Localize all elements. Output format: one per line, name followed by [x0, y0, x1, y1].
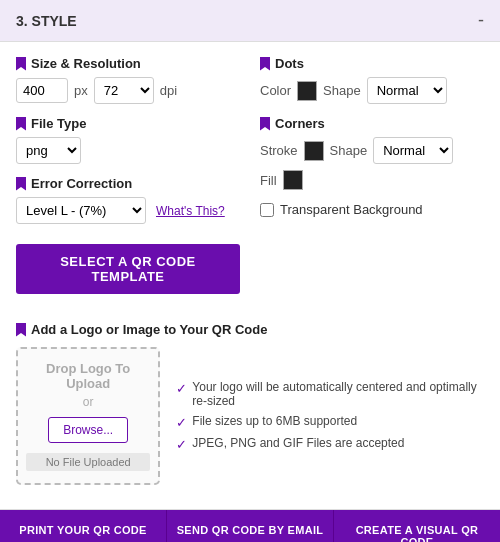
- logo-section: Add a Logo or Image to Your QR Code Drop…: [16, 322, 484, 485]
- bookmark-icon-dots: [260, 57, 270, 71]
- logo-section-title: Add a Logo or Image to Your QR Code: [16, 322, 484, 337]
- size-resolution-group: Size & Resolution px 72 96 150 300 dpi: [16, 56, 240, 104]
- file-type-group: File Type png jpg svg pdf: [16, 116, 240, 164]
- bookmark-icon-error: [16, 177, 26, 191]
- drop-zone[interactable]: Drop Logo To Upload or Browse... No File…: [16, 347, 160, 485]
- create-visual-button[interactable]: CREATE A VISUAL QR CODE: [334, 510, 500, 542]
- hint-text-2: File sizes up to 6MB supported: [192, 414, 357, 428]
- corners-shape-label: Shape: [330, 143, 368, 158]
- error-correction-select[interactable]: Level L - (7%) Level M - (15%) Level Q -…: [16, 197, 146, 224]
- check-icon-3: ✓: [176, 437, 187, 452]
- transparent-bg-checkbox[interactable]: [260, 203, 274, 217]
- section-header: 3. STYLE -: [0, 0, 500, 42]
- dots-color-label: Color: [260, 83, 291, 98]
- error-correction-label: Error Correction: [16, 176, 240, 191]
- dots-color-swatch[interactable]: [297, 81, 317, 101]
- corners-shape-select[interactable]: Normal Rounded Extra Rounded Dot: [373, 137, 453, 164]
- dots-label: Dots: [260, 56, 484, 71]
- transparent-bg-row: Transparent Background: [260, 202, 484, 217]
- size-resolution-label: Size & Resolution: [16, 56, 240, 71]
- corners-group: Corners Stroke Shape Normal Rounded Extr…: [260, 116, 484, 190]
- check-icon-1: ✓: [176, 381, 187, 396]
- print-qr-label: PRINT YOUR QR CODE: [19, 524, 146, 536]
- send-email-button[interactable]: SEND QR CODE BY EMAIL ✉: [167, 510, 334, 542]
- file-type-label: File Type: [16, 116, 240, 131]
- corners-stroke-label: Stroke: [260, 143, 298, 158]
- transparent-bg-label: Transparent Background: [280, 202, 423, 217]
- hint-item-2: ✓ File sizes up to 6MB supported: [176, 414, 484, 430]
- whats-this-link[interactable]: What's This?: [156, 204, 225, 218]
- bookmark-icon-filetype: [16, 117, 26, 131]
- hint-text-1: Your logo will be automatically centered…: [192, 380, 484, 408]
- size-px-input[interactable]: [16, 78, 68, 103]
- error-correction-group: Error Correction Level L - (7%) Level M …: [16, 176, 240, 224]
- footer-bar: PRINT YOUR QR CODE 🖨 SEND QR CODE BY EMA…: [0, 509, 500, 542]
- create-visual-label: CREATE A VISUAL QR CODE: [342, 524, 492, 542]
- corners-label: Corners: [260, 116, 484, 131]
- bookmark-icon-size: [16, 57, 26, 71]
- no-file-label: No File Uploaded: [26, 453, 150, 471]
- section-title: 3. STYLE: [16, 13, 77, 29]
- corners-fill-label: Fill: [260, 173, 277, 188]
- bookmark-icon-logo: [16, 323, 26, 337]
- dpi-select[interactable]: 72 96 150 300: [94, 77, 154, 104]
- hint-item-3: ✓ JPEG, PNG and GIF Files are accepted: [176, 436, 484, 452]
- drop-zone-text: Drop Logo To Upload: [26, 361, 150, 391]
- corners-fill-swatch[interactable]: [283, 170, 303, 190]
- px-label: px: [74, 83, 88, 98]
- corners-stroke-swatch[interactable]: [304, 141, 324, 161]
- bookmark-icon-corners: [260, 117, 270, 131]
- drop-zone-or: or: [83, 395, 94, 409]
- hint-text-3: JPEG, PNG and GIF Files are accepted: [192, 436, 404, 450]
- browse-button[interactable]: Browse...: [48, 417, 128, 443]
- print-qr-button[interactable]: PRINT YOUR QR CODE 🖨: [0, 510, 167, 542]
- dots-shape-select[interactable]: Normal Rounded Dots Diamond: [367, 77, 447, 104]
- select-template-button[interactable]: SELECT A QR CODE TEMPLATE: [16, 244, 240, 294]
- filetype-select[interactable]: png jpg svg pdf: [16, 137, 81, 164]
- dots-shape-label: Shape: [323, 83, 361, 98]
- dpi-label: dpi: [160, 83, 177, 98]
- dots-group: Dots Color Shape Normal Rounded Dots Dia…: [260, 56, 484, 104]
- logo-hints: ✓ Your logo will be automatically center…: [176, 347, 484, 485]
- collapse-button[interactable]: -: [478, 10, 484, 31]
- check-icon-2: ✓: [176, 415, 187, 430]
- send-email-label: SEND QR CODE BY EMAIL: [177, 524, 324, 536]
- hint-item-1: ✓ Your logo will be automatically center…: [176, 380, 484, 408]
